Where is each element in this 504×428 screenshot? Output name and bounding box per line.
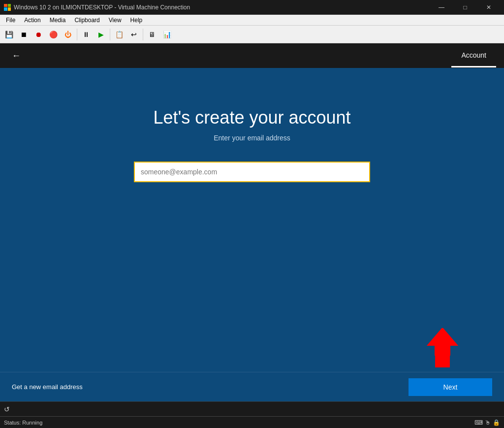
vm-main-content: Let's create your account Enter your ema… — [0, 68, 504, 372]
vm-bottombar: Get a new email address Next — [0, 372, 504, 401]
menubar: File Action Media Clipboard View Help — [0, 15, 504, 26]
close-button[interactable]: ✕ — [477, 0, 500, 15]
menu-media[interactable]: Media — [46, 16, 70, 25]
status-icon: ↺ — [4, 405, 10, 413]
window-title: Windows 10 2 on ILMIONTDESKTOP - Virtual… — [14, 4, 427, 11]
toolbar-red-icon[interactable]: 🔴 — [46, 28, 60, 41]
toolbar: 💾 ⏹ ⏺ 🔴 ⏻ ⏸ ▶ 📋 ↩ 🖥 📊 — [0, 26, 504, 43]
toolbar-pause-icon[interactable]: ⏸ — [79, 28, 93, 41]
mouse-icon: 🖱 — [485, 419, 491, 426]
system-icons: ⌨ 🖱 🔒 — [474, 419, 500, 426]
lock-icon: 🔒 — [493, 419, 500, 426]
toolbar-power-icon[interactable]: ⏻ — [61, 28, 75, 41]
keyboard-icon: ⌨ — [474, 419, 483, 426]
toolbar-separator3 — [143, 29, 143, 40]
new-email-link[interactable]: Get a new email address — [12, 383, 83, 391]
next-button[interactable]: Next — [409, 378, 492, 396]
toolbar-separator2 — [110, 29, 110, 40]
toolbar-undo-icon[interactable]: ↩ — [127, 28, 141, 41]
vm-topbar: ← Account — [0, 43, 504, 68]
email-input[interactable] — [134, 162, 370, 182]
menu-file[interactable]: File — [2, 16, 19, 25]
statusbar: ↺ — [0, 401, 504, 416]
windows-logo-icon — [4, 4, 11, 11]
vm-area: ← Account Let's create your account Ente… — [0, 43, 504, 401]
toolbar-clipboard-icon[interactable]: 📋 — [112, 28, 126, 41]
toolbar-floppy-icon[interactable]: 💾 — [2, 28, 16, 41]
toolbar-separator — [77, 29, 77, 40]
page-heading: Let's create your account — [153, 107, 350, 128]
toolbar-chart-icon[interactable]: 📊 — [160, 28, 174, 41]
back-button[interactable]: ← — [8, 49, 25, 63]
menu-action[interactable]: Action — [20, 16, 44, 25]
toolbar-display-icon[interactable]: 🖥 — [145, 28, 159, 41]
status-running: Status: Running — [4, 420, 42, 426]
maximize-button[interactable]: □ — [454, 0, 476, 15]
window-controls: — □ ✕ — [430, 0, 500, 15]
menu-clipboard[interactable]: Clipboard — [70, 16, 103, 25]
menu-view[interactable]: View — [105, 16, 126, 25]
email-input-wrapper — [134, 162, 370, 182]
sysbar: Status: Running ⌨ 🖱 🔒 — [0, 416, 504, 428]
toolbar-record-icon[interactable]: ⏺ — [32, 28, 45, 41]
page-subheading: Enter your email address — [214, 134, 290, 142]
toolbar-play-icon[interactable]: ▶ — [94, 28, 108, 41]
menu-help[interactable]: Help — [126, 16, 147, 25]
titlebar: Windows 10 2 on ILMIONTDESKTOP - Virtual… — [0, 0, 504, 15]
minimize-button[interactable]: — — [430, 0, 453, 15]
toolbar-stop-icon[interactable]: ⏹ — [17, 28, 31, 41]
account-tab: Account — [451, 44, 496, 67]
